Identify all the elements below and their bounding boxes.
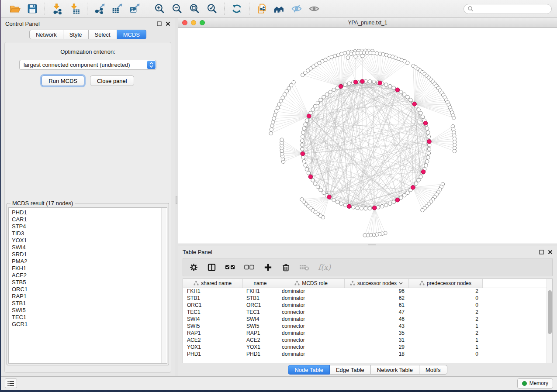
table-cell[interactable]: STB1 bbox=[242, 295, 278, 302]
tab-style[interactable]: Style bbox=[63, 30, 89, 39]
table-cell[interactable]: ACE2 bbox=[183, 337, 242, 344]
mcds-result-item[interactable]: STB5 bbox=[12, 279, 161, 286]
table-cell[interactable]: TEC1 bbox=[183, 309, 242, 316]
table-cell[interactable]: STB1 bbox=[183, 295, 242, 302]
mcds-result-list[interactable]: PHD1CAR1STP4TID3YOX1SWI4SRD1PMA2FKH1ACE2… bbox=[8, 207, 167, 364]
table-cell[interactable]: 35 bbox=[344, 330, 408, 337]
splitter-grip[interactable] bbox=[368, 244, 376, 245]
column-header[interactable]: name bbox=[242, 279, 278, 288]
table-cell[interactable]: 96 bbox=[344, 288, 408, 295]
table-row[interactable]: STB1STB1dominator620 bbox=[183, 295, 552, 302]
column-header[interactable]: MCDS role bbox=[278, 279, 344, 288]
tab-mcds[interactable]: MCDS bbox=[117, 30, 146, 39]
table-cell[interactable]: 31 bbox=[344, 337, 408, 344]
table-row[interactable]: TEC1TEC1connector472 bbox=[183, 309, 552, 316]
search-input[interactable] bbox=[476, 6, 548, 12]
tab-node-table[interactable]: Node Table bbox=[288, 365, 330, 375]
save-session-button[interactable] bbox=[24, 1, 41, 16]
import-table-button[interactable] bbox=[66, 1, 83, 16]
mcds-result-item[interactable]: STP4 bbox=[12, 223, 161, 230]
column-header[interactable]: shared name bbox=[183, 279, 242, 288]
delete-column-button[interactable] bbox=[281, 263, 291, 272]
mcds-result-item[interactable]: CAR1 bbox=[12, 216, 161, 223]
table-cell[interactable]: dominator bbox=[278, 330, 344, 337]
table-row[interactable]: FKH1FKH1dominator962 bbox=[183, 288, 552, 295]
network-canvas[interactable] bbox=[178, 28, 557, 244]
table-cell[interactable]: 47 bbox=[344, 309, 408, 316]
duplicate-network-button[interactable] bbox=[253, 1, 270, 16]
table-cell[interactable]: 1 bbox=[408, 344, 482, 351]
zoom-fit-button[interactable] bbox=[186, 1, 203, 16]
table-cell[interactable]: SWI5 bbox=[183, 323, 242, 330]
column-header[interactable]: successor nodes bbox=[344, 279, 408, 288]
refresh-button[interactable] bbox=[228, 1, 246, 16]
table-cell[interactable]: 46 bbox=[344, 316, 408, 323]
node-table[interactable]: shared namenameMCDS rolesuccessor nodesp… bbox=[183, 279, 553, 363]
mcds-result-item[interactable]: ORC1 bbox=[12, 286, 161, 293]
table-cell[interactable]: connector bbox=[278, 323, 344, 330]
table-cell[interactable]: PHD1 bbox=[242, 351, 278, 358]
show-all-button[interactable] bbox=[305, 1, 323, 16]
column-header[interactable]: predecessor nodes bbox=[408, 279, 482, 288]
table-cell[interactable]: 43 bbox=[344, 323, 408, 330]
table-cell[interactable]: SWI4 bbox=[183, 316, 242, 323]
table-scrollbar[interactable] bbox=[547, 279, 552, 363]
table-cell[interactable]: RAP1 bbox=[242, 330, 278, 337]
table-cell[interactable]: RAP1 bbox=[183, 330, 242, 337]
mcds-result-item[interactable]: RAP1 bbox=[12, 293, 161, 300]
table-row[interactable]: YOX1YOX1connector291 bbox=[183, 344, 552, 351]
mcds-result-item[interactable]: TID3 bbox=[12, 230, 161, 237]
mcds-result-item[interactable]: YOX1 bbox=[12, 237, 161, 244]
table-cell[interactable]: 2 bbox=[408, 309, 482, 316]
tab-edge-table[interactable]: Edge Table bbox=[330, 365, 371, 375]
table-cell[interactable]: FKH1 bbox=[183, 288, 242, 295]
table-cell[interactable]: dominator bbox=[278, 302, 344, 309]
splitter-grip[interactable] bbox=[176, 196, 177, 204]
task-history-button[interactable] bbox=[5, 378, 17, 388]
minimize-window-icon[interactable] bbox=[191, 20, 196, 25]
tab-network[interactable]: Network bbox=[29, 30, 63, 39]
table-cell[interactable]: 61 bbox=[344, 302, 408, 309]
memory-button[interactable]: Memory bbox=[517, 378, 553, 389]
table-settings-button[interactable] bbox=[189, 263, 198, 272]
mcds-result-item[interactable]: TEC1 bbox=[12, 314, 161, 321]
table-cell[interactable]: FKH1 bbox=[242, 288, 278, 295]
zoom-in-button[interactable] bbox=[151, 1, 168, 16]
table-cell[interactable]: SWI4 bbox=[242, 316, 278, 323]
table-cell[interactable]: PHD1 bbox=[183, 351, 242, 358]
mcds-result-item[interactable]: ACE2 bbox=[12, 272, 161, 279]
criterion-dropdown[interactable]: largest connected component (undirected) bbox=[19, 60, 156, 70]
export-table-button[interactable] bbox=[108, 1, 126, 16]
table-cell[interactable]: dominator bbox=[278, 316, 344, 323]
table-cell[interactable]: SWI5 bbox=[242, 323, 278, 330]
select-all-button[interactable] bbox=[225, 264, 235, 271]
table-cell[interactable]: 0 bbox=[408, 302, 482, 309]
table-cell[interactable]: 18 bbox=[344, 351, 408, 358]
mcds-result-item[interactable]: PHD1 bbox=[12, 209, 161, 216]
mcds-result-item[interactable]: PMA2 bbox=[12, 258, 161, 265]
table-cell[interactable]: ORC1 bbox=[183, 302, 242, 309]
table-cell[interactable]: 1 bbox=[408, 323, 482, 330]
table-row[interactable]: ORC1ORC1dominator610 bbox=[183, 302, 552, 309]
close-panel-icon[interactable] bbox=[166, 21, 170, 26]
add-column-button[interactable] bbox=[263, 263, 273, 272]
table-cell[interactable]: dominator bbox=[278, 288, 344, 295]
table-cell[interactable]: 2 bbox=[408, 316, 482, 323]
table-cell[interactable]: YOX1 bbox=[242, 344, 278, 351]
hide-selected-button[interactable] bbox=[288, 1, 305, 16]
table-cell[interactable]: 62 bbox=[344, 295, 408, 302]
table-row[interactable]: PHD1PHD1dominator180 bbox=[183, 351, 552, 358]
mcds-result-item[interactable]: SRD1 bbox=[12, 251, 161, 258]
close-panel-button[interactable]: Close panel bbox=[90, 76, 134, 86]
tab-network-table[interactable]: Network Table bbox=[371, 365, 419, 375]
table-cell[interactable]: 1 bbox=[408, 337, 482, 344]
run-mcds-button[interactable]: Run MCDS bbox=[42, 76, 84, 86]
table-row[interactable]: ACE2ACE2connector311 bbox=[183, 337, 552, 344]
maximize-window-icon[interactable] bbox=[200, 20, 205, 25]
table-cell[interactable]: 2 bbox=[408, 330, 482, 337]
table-cell[interactable]: 29 bbox=[344, 344, 408, 351]
table-cell[interactable]: 0 bbox=[408, 295, 482, 302]
first-neighbors-button[interactable] bbox=[270, 1, 288, 16]
mcds-result-item[interactable]: STB1 bbox=[12, 300, 161, 307]
horizontal-splitter[interactable] bbox=[178, 244, 557, 246]
